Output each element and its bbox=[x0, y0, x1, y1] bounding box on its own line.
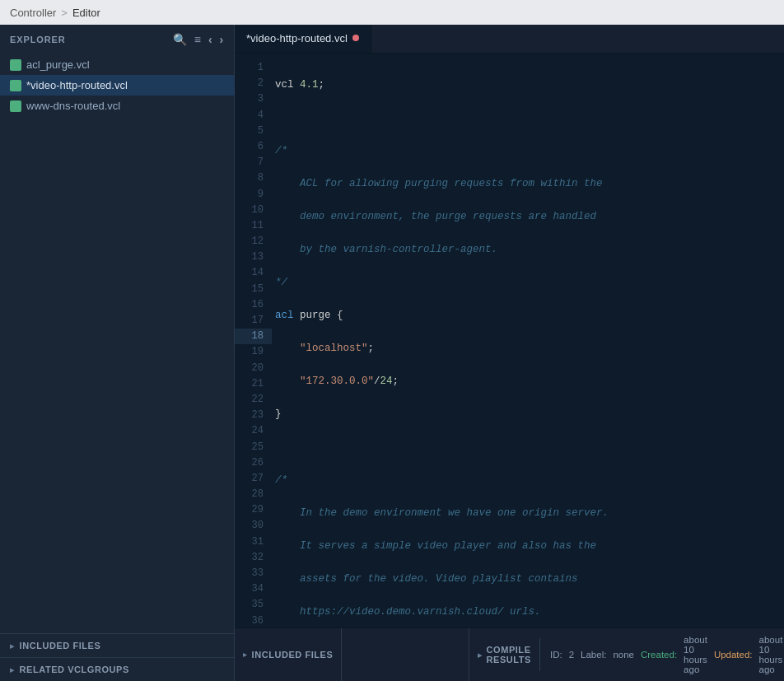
updated-label: Updated: bbox=[714, 650, 753, 660]
tab-modified-dot bbox=[352, 35, 359, 41]
ln-28: 28 bbox=[235, 487, 272, 502]
ln-34: 34 bbox=[235, 581, 272, 597]
file-name: acl_purge.vcl bbox=[26, 58, 90, 71]
nav-forward-icon[interactable]: › bbox=[219, 33, 224, 46]
code-line-6: by the varnish-controller-agent. bbox=[275, 241, 784, 258]
code-content[interactable]: vcl 4.1; /* ACL for allowing purging req… bbox=[272, 54, 784, 627]
ln-18: 18 bbox=[235, 329, 272, 344]
file-name-www: www-dns-routed.vcl bbox=[26, 100, 120, 112]
code-editor[interactable]: 1 2 3 4 5 6 7 8 9 10 11 12 13 14 15 16 1… bbox=[235, 54, 784, 627]
main-layout: EXPLORER 🔍 ≡ ‹ › acl_purge.vcl *video-ht… bbox=[0, 25, 784, 681]
id-label: ID: bbox=[550, 650, 562, 660]
ln-8: 8 bbox=[235, 170, 272, 186]
code-line-16: assets for the video. Video playlist con… bbox=[275, 571, 784, 587]
label-value: none bbox=[613, 650, 634, 660]
code-line-12 bbox=[275, 439, 784, 455]
search-icon[interactable]: 🔍 bbox=[173, 33, 188, 46]
breadcrumb-parent[interactable]: Controller bbox=[10, 7, 56, 19]
code-line-10: "172.30.0.0"/24; bbox=[275, 373, 784, 389]
code-line-13: /* bbox=[275, 472, 784, 488]
file-icon-video bbox=[10, 80, 21, 91]
included-files-label: INCLUDED FILES bbox=[20, 641, 101, 651]
compile-results-section[interactable]: ▸ COMPILE RESULTS bbox=[469, 638, 540, 671]
chevron-icon: ▸ bbox=[10, 641, 15, 651]
updated-value: about 10 hours ago bbox=[759, 635, 783, 674]
chevron-icon-related: ▸ bbox=[10, 665, 15, 674]
related-vclgroups-label: RELATED VCLGROUPS bbox=[20, 665, 129, 674]
status-info: ID: 2 Label: none Created: about 10 hour… bbox=[540, 628, 784, 681]
code-line-7: */ bbox=[275, 274, 784, 291]
file-item-www[interactable]: www-dns-routed.vcl bbox=[0, 96, 234, 116]
ln-5: 5 bbox=[235, 124, 272, 139]
ln-2: 2 bbox=[235, 76, 272, 91]
status-right: ▸ COMPILE RESULTS ID: 2 Label: none Crea… bbox=[469, 628, 784, 681]
included-files-status[interactable]: ▸ INCLUDED FILES bbox=[235, 628, 342, 681]
ln-32: 32 bbox=[235, 550, 272, 566]
ln-9: 9 bbox=[235, 187, 272, 203]
code-line-4: ACL for allowing purging requests from w… bbox=[275, 175, 784, 192]
label-label: Label: bbox=[581, 650, 606, 660]
code-line-8: acl purge { bbox=[275, 307, 784, 324]
ln-11: 11 bbox=[235, 218, 272, 234]
included-files-section[interactable]: ▸ INCLUDED FILES bbox=[0, 633, 234, 657]
ln-33: 33 bbox=[235, 566, 272, 581]
related-vclgroups-section[interactable]: ▸ RELATED VCLGROUPS bbox=[0, 657, 234, 681]
created-label: Created: bbox=[641, 650, 677, 660]
explorer-title: EXPLORER bbox=[10, 35, 66, 44]
code-line-9: "localhost"; bbox=[275, 340, 784, 357]
ln-7: 7 bbox=[235, 155, 272, 170]
status-left: ▸ INCLUDED FILES bbox=[235, 628, 469, 681]
ln-36: 36 bbox=[235, 613, 272, 627]
file-name-active: *video-http-routed.vcl bbox=[26, 79, 128, 91]
ln-10: 10 bbox=[235, 203, 272, 218]
included-files-status-label: INCLUDED FILES bbox=[252, 650, 334, 660]
ln-31: 31 bbox=[235, 534, 272, 550]
chevron-included: ▸ bbox=[243, 651, 248, 659]
ln-3: 3 bbox=[235, 91, 272, 107]
ln-24: 24 bbox=[235, 423, 272, 439]
ln-16: 16 bbox=[235, 297, 272, 313]
ln-13: 13 bbox=[235, 250, 272, 265]
topbar: Controller > Editor bbox=[0, 0, 784, 25]
ln-14: 14 bbox=[235, 265, 272, 281]
ln-26: 26 bbox=[235, 455, 272, 471]
file-list: acl_purge.vcl *video-http-routed.vcl www… bbox=[0, 54, 234, 344]
ln-27: 27 bbox=[235, 471, 272, 487]
sidebar: EXPLORER 🔍 ≡ ‹ › acl_purge.vcl *video-ht… bbox=[0, 25, 235, 681]
ln-29: 29 bbox=[235, 502, 272, 518]
ln-35: 35 bbox=[235, 597, 272, 613]
chevron-compile: ▸ bbox=[478, 651, 483, 660]
editor-area: *video-http-routed.vcl 1 2 3 4 5 6 7 8 9… bbox=[235, 25, 784, 681]
nav-back-icon[interactable]: ‹ bbox=[208, 33, 213, 46]
sidebar-header: EXPLORER 🔍 ≡ ‹ › bbox=[0, 25, 234, 54]
ln-22: 22 bbox=[235, 392, 272, 408]
code-line-2 bbox=[275, 110, 784, 126]
file-item[interactable]: acl_purge.vcl bbox=[0, 54, 234, 75]
ln-25: 25 bbox=[235, 440, 272, 455]
status-bar: ▸ INCLUDED FILES ▸ COMPILE RESULTS ID: 2… bbox=[235, 627, 784, 681]
file-icon-www bbox=[10, 100, 21, 112]
ln-15: 15 bbox=[235, 282, 272, 297]
menu-icon[interactable]: ≡ bbox=[194, 33, 202, 46]
ln-19: 19 bbox=[235, 344, 272, 360]
ln-23: 23 bbox=[235, 408, 272, 423]
sidebar-header-icons: 🔍 ≡ ‹ › bbox=[173, 33, 224, 46]
ln-1: 1 bbox=[235, 60, 272, 76]
compile-results-label: COMPILE RESULTS bbox=[487, 645, 531, 665]
breadcrumb-separator: > bbox=[61, 7, 68, 19]
code-line-1: vcl 4.1; bbox=[275, 77, 784, 93]
code-line-15: It serves a simple video player and also… bbox=[275, 538, 784, 554]
sidebar-sections: ▸ INCLUDED FILES ▸ RELATED VCLGROUPS bbox=[0, 633, 234, 681]
tab-video-http-routed[interactable]: *video-http-routed.vcl bbox=[235, 25, 371, 53]
code-line-14: In the demo environment we have one orig… bbox=[275, 505, 784, 521]
id-value: 2 bbox=[569, 650, 574, 660]
ln-20: 20 bbox=[235, 361, 272, 376]
ln-4: 4 bbox=[235, 108, 272, 124]
code-line-17: https://video.demo.varnish.cloud/ urls. bbox=[275, 604, 784, 620]
file-item-active[interactable]: *video-http-routed.vcl bbox=[0, 75, 234, 96]
line-numbers: 1 2 3 4 5 6 7 8 9 10 11 12 13 14 15 16 1… bbox=[235, 54, 272, 627]
code-line-3: /* bbox=[275, 142, 784, 159]
code-line-5: demo environment, the purge requests are… bbox=[275, 208, 784, 225]
tab-bar: *video-http-routed.vcl bbox=[235, 25, 784, 54]
ln-12: 12 bbox=[235, 234, 272, 250]
